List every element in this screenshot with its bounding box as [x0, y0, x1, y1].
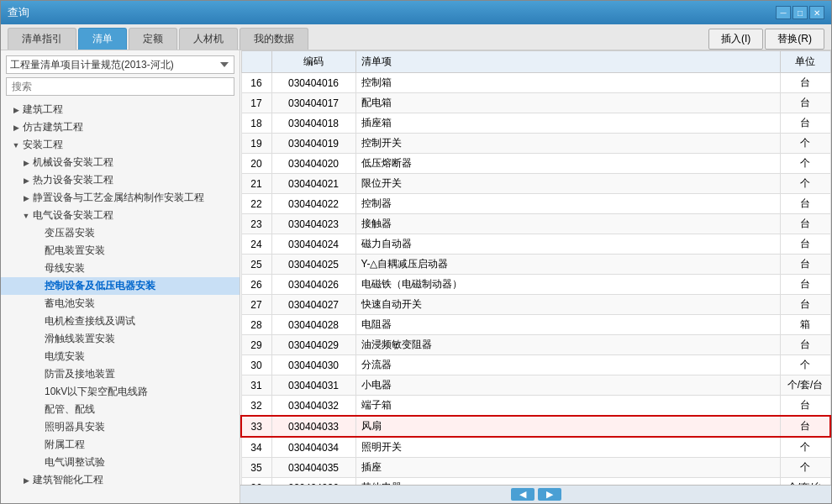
- cell-unit: 台: [780, 194, 830, 214]
- tree-item-peigui-peixian[interactable]: 配管、配线: [1, 401, 240, 418]
- tree-item-kongzhi-shebei[interactable]: 控制设备及低压电器安装: [1, 277, 240, 295]
- cell-item: 限位开关: [355, 174, 780, 194]
- tree-item-fanglei-jie[interactable]: 防雷及接地装置: [1, 365, 240, 383]
- tree-item-zhaoming-qijv[interactable]: 照明器具安装: [1, 418, 240, 436]
- table-row[interactable]: 27030404027快速自动开关台: [241, 295, 830, 315]
- next-button[interactable]: ▶: [538, 488, 561, 501]
- cell-code: 030404034: [271, 437, 355, 458]
- table-row[interactable]: 18030404018插座箱台: [241, 113, 830, 134]
- tree-item-huachu-xian[interactable]: 滑触线装置安装: [1, 330, 240, 348]
- expand-arrow-icon: ▶: [11, 123, 21, 132]
- tree-item-label: 静置设备与工艺金属结构制作安装工程: [33, 191, 204, 205]
- table-row[interactable]: 25030404025Y-△自耦减压启动器台: [241, 255, 830, 275]
- table-container: 编码 清单项 单位 16030404016控制箱台17030404017配电箱台…: [240, 50, 831, 485]
- cell-item: 小电器: [355, 375, 780, 396]
- cell-code: 030404032: [271, 396, 355, 417]
- cell-unit: 个: [780, 437, 830, 458]
- tree-item-dianqi-tiaoshi[interactable]: 电气调整试验: [1, 454, 240, 471]
- tree-item-jixie-shebei[interactable]: ▶机械设备安装工程: [1, 154, 240, 171]
- tree-item-label: 滑触线装置安装: [45, 332, 115, 346]
- table-row[interactable]: 28030404028电阻器箱: [241, 315, 830, 335]
- tree-item-dianji-jiance[interactable]: 电机检查接线及调试: [1, 312, 240, 330]
- tree-item-bianyaqi[interactable]: 变压器安装: [1, 224, 240, 242]
- tree-item-dianqi-shebei[interactable]: ▼电气设备安装工程: [1, 207, 240, 224]
- cell-num: 29: [241, 335, 271, 355]
- tree-item-anzhuang[interactable]: ▼安装工程: [1, 136, 240, 154]
- cell-num: 18: [241, 113, 271, 134]
- table-row[interactable]: 20030404020低压熔断器个: [241, 154, 830, 174]
- prev-button[interactable]: ◀: [511, 488, 534, 501]
- cell-unit: 个: [780, 174, 830, 194]
- table-row[interactable]: 19030404019控制开关个: [241, 134, 830, 154]
- tree-item-muxian[interactable]: 母线安装: [1, 260, 240, 277]
- tab-qingdan-zhiyin[interactable]: 清单指引: [8, 28, 76, 50]
- table-row[interactable]: 35030404035插座个: [241, 458, 830, 478]
- cell-unit: 个: [780, 134, 830, 154]
- cell-code: 030404035: [271, 458, 355, 478]
- window-title: 查询: [8, 5, 29, 20]
- tree-item-jianzhu-zhinenghua[interactable]: ▶建筑智能化工程: [1, 471, 240, 489]
- table-row[interactable]: 29030404029油浸频敏变阻器台: [241, 335, 830, 355]
- insert-button[interactable]: 插入(I): [708, 29, 763, 50]
- table-row[interactable]: 17030404017配电箱台: [241, 93, 830, 113]
- cell-unit: 台: [780, 396, 830, 417]
- table-row[interactable]: 21030404021限位开关个: [241, 174, 830, 194]
- cell-unit: 个: [780, 355, 830, 375]
- cell-unit: 台: [780, 255, 830, 275]
- table-row[interactable]: 22030404022控制器台: [241, 194, 830, 214]
- replace-button[interactable]: 替换(R): [765, 29, 824, 50]
- tab-qingdan[interactable]: 清单: [78, 28, 127, 50]
- minimize-button[interactable]: ─: [776, 6, 791, 19]
- table-row[interactable]: 16030404016控制箱台: [241, 73, 830, 93]
- title-bar-buttons: ─ □ ✕: [776, 6, 824, 19]
- tree-item-jianzhu[interactable]: ▶建筑工程: [1, 101, 240, 118]
- tree-item-10kv[interactable]: 10kV以下架空配电线路: [1, 383, 240, 401]
- cell-code: 030404022: [271, 194, 355, 214]
- tree-item-reli-shebei[interactable]: ▶热力设备安装工程: [1, 171, 240, 189]
- standard-dropdown[interactable]: 工程量清单项目计量规范(2013-河北): [6, 55, 234, 74]
- cell-item: 快速自动开关: [355, 295, 780, 315]
- search-input[interactable]: [6, 77, 234, 96]
- table-row[interactable]: 24030404024磁力自动器台: [241, 234, 830, 255]
- tree-item-fanggu[interactable]: ▶仿古建筑工程: [1, 118, 240, 136]
- cell-unit: 台: [780, 214, 830, 234]
- cell-num: 28: [241, 315, 271, 335]
- cell-code: 030404020: [271, 154, 355, 174]
- cell-code: 030404019: [271, 134, 355, 154]
- tab-rencaiji[interactable]: 人材机: [179, 28, 238, 50]
- cell-item: 控制器: [355, 194, 780, 214]
- table-row[interactable]: 26030404026电磁铁（电磁制动器）台: [241, 275, 830, 295]
- tree-item-jingzhi-shebei[interactable]: ▶静置设备与工艺金属结构制作安装工程: [1, 189, 240, 207]
- close-button[interactable]: ✕: [809, 6, 824, 19]
- tree-item-xudianchi[interactable]: 蓄电池安装: [1, 295, 240, 312]
- cell-unit: 台: [780, 93, 830, 113]
- tab-wode-shuju[interactable]: 我的数据: [240, 28, 308, 50]
- table-row[interactable]: 32030404032端子箱台: [241, 396, 830, 417]
- table-row[interactable]: 33030404033风扇台: [241, 416, 830, 437]
- cell-num: 35: [241, 458, 271, 478]
- table-row[interactable]: 34030404034照明开关个: [241, 437, 830, 458]
- cell-code: 030404021: [271, 174, 355, 194]
- tree-item-label: 热力设备安装工程: [33, 173, 113, 187]
- tree-item-label: 附属工程: [45, 438, 85, 452]
- main-window: 查询 ─ □ ✕ 清单指引 清单 定额 人材机 我的数据 插入(I) 替换(R): [0, 0, 832, 504]
- table-row[interactable]: 31030404031小电器个/套/台: [241, 375, 830, 396]
- cell-code: 030404033: [271, 416, 355, 437]
- cell-item: 接触器: [355, 214, 780, 234]
- dropdown-row: 工程量清单项目计量规范(2013-河北): [1, 50, 240, 77]
- tab-dinge[interactable]: 定额: [129, 28, 177, 50]
- table-row[interactable]: 30030404030分流器个: [241, 355, 830, 375]
- tree-item-label: 母线安装: [45, 261, 85, 276]
- tree-item-label: 蓄电池安装: [45, 297, 95, 311]
- cell-item: 插座箱: [355, 113, 780, 134]
- maximize-button[interactable]: □: [793, 6, 808, 19]
- tree-item-label: 配电装置安装: [45, 244, 105, 258]
- tree-item-fuyigong[interactable]: 附属工程: [1, 436, 240, 454]
- table-row[interactable]: 36030404036其他电器个/套/台: [241, 478, 830, 486]
- table-row[interactable]: 23030404023接触器台: [241, 214, 830, 234]
- tree-item-peidianzhuangzhi[interactable]: 配电装置安装: [1, 242, 240, 260]
- expand-arrow-icon: ▶: [21, 176, 31, 185]
- cell-num: 24: [241, 234, 271, 255]
- tree-item-label: 电气设备安装工程: [33, 208, 113, 223]
- tree-item-dianlan[interactable]: 电缆安装: [1, 348, 240, 365]
